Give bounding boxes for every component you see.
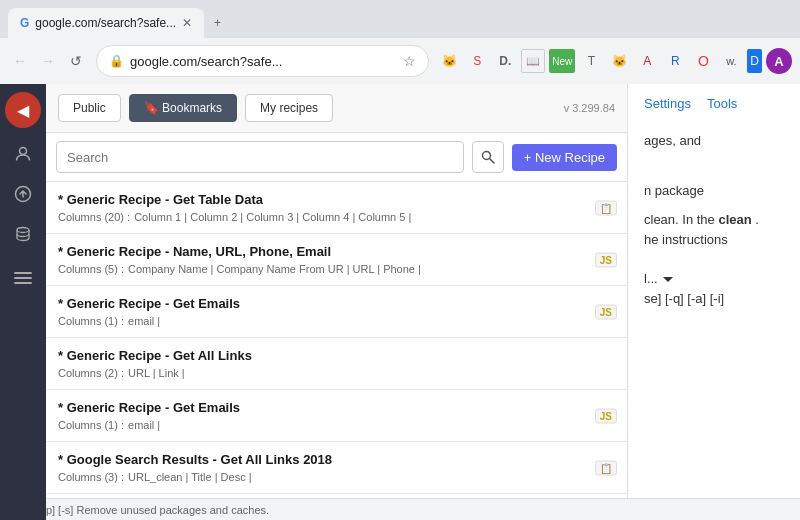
reload-button[interactable]: ↺ [64, 49, 88, 73]
search-icon [481, 150, 495, 164]
back-button[interactable]: ← [8, 49, 32, 73]
tab-favicon: G [20, 16, 29, 30]
list-item[interactable]: * Google Search Results - Get All Links … [46, 442, 627, 494]
ext-icon-new[interactable]: New [549, 49, 575, 73]
svg-point-2 [17, 228, 29, 233]
tab-bar: G google.com/search?safe... ✕ + [0, 0, 800, 38]
recipe-header: Public 🔖 Bookmarks My recipes v 3.299.84 [46, 84, 627, 133]
sidebar-upload-icon[interactable] [5, 176, 41, 212]
list-item[interactable]: * Generic Recipe - Get Table Data Column… [46, 182, 627, 234]
ext-icon-7[interactable]: A [635, 49, 659, 73]
bottom-bar: [-l] [-t] [-p] [-s] Remove unused packag… [0, 498, 800, 520]
address-bar[interactable]: 🔒 google.com/search?safe... ☆ [96, 45, 429, 77]
tab-bookmarks[interactable]: 🔖 Bookmarks [129, 94, 237, 122]
tab-my-recipes[interactable]: My recipes [245, 94, 333, 122]
list-item[interactable]: * Generic Recipe - Name, URL, Phone, Ema… [46, 234, 627, 286]
recipe-badge: 📋 [595, 460, 617, 475]
recipe-meta: Columns (20) : Column 1 | Column 2 | Col… [58, 211, 615, 223]
page-text-block-1: ages, and [644, 131, 784, 151]
recipe-title: * Generic Recipe - Get All Links [58, 348, 615, 363]
page-text-2: n package [644, 183, 704, 198]
tab-close-icon[interactable]: ✕ [182, 16, 192, 30]
search-input[interactable] [56, 141, 464, 173]
search-row: + New Recipe [46, 133, 627, 182]
ext-icon-1[interactable]: 🐱 [437, 49, 461, 73]
browser-chrome: G google.com/search?safe... ✕ + ← → ↺ 🔒 … [0, 0, 800, 85]
ext-icon-2[interactable]: S [465, 49, 489, 73]
svg-point-0 [20, 148, 27, 155]
ext-icon-6[interactable]: 🐱 [607, 49, 631, 73]
recipe-meta: Columns (3) : URL_clean | Title | Desc | [58, 471, 615, 483]
svg-line-7 [489, 159, 494, 164]
ext-icon-9[interactable]: O [691, 49, 715, 73]
sidebar-user-icon[interactable] [5, 136, 41, 172]
forward-button[interactable]: → [36, 49, 60, 73]
page-text-6: se] [-q] [-a] [-i] [644, 289, 784, 309]
recipe-badge: 📋 [595, 200, 617, 215]
recipe-meta: Columns (2) : URL | Link | [58, 367, 615, 379]
page-text-4: he instructions [644, 230, 784, 250]
tools-link[interactable]: Tools [707, 96, 737, 111]
search-button[interactable] [472, 141, 504, 173]
new-recipe-button[interactable]: + New Recipe [512, 144, 617, 171]
star-icon[interactable]: ☆ [403, 53, 416, 69]
dropdown-arrow-icon [663, 277, 673, 282]
new-tab-button[interactable]: + [206, 8, 236, 38]
ext-icon-5[interactable]: T [579, 49, 603, 73]
recipe-title: * Generic Recipe - Get Table Data [58, 192, 615, 207]
bottom-bar-text: [-l] [-t] [-p] [-s] Remove unused packag… [8, 504, 269, 516]
recipe-list: * Generic Recipe - Get Table Data Column… [46, 182, 627, 520]
page-text-5: l... [644, 271, 673, 286]
page-toolbar: Settings Tools [644, 96, 784, 111]
browser-toolbar-icons: 🐱 S D. 📖 New T 🐱 A R O w. D A [437, 48, 792, 74]
recipe-title: * Google Search Results - Get All Links … [58, 452, 615, 467]
ext-icon-10[interactable]: w. [719, 49, 743, 73]
page-text-1: ages, and [644, 133, 701, 148]
page-text-block-3: clean. In the clean . he instructions [644, 210, 784, 249]
ext-icon-4[interactable]: 📖 [521, 49, 545, 73]
sidebar-menu-icon[interactable] [5, 260, 41, 296]
page-content-area: Settings Tools ages, and n package clean… [628, 84, 800, 520]
recipe-title: * Generic Recipe - Get Emails [58, 296, 615, 311]
list-item[interactable]: * Generic Recipe - Get Emails Columns (1… [46, 390, 627, 442]
recipe-title: * Generic Recipe - Name, URL, Phone, Ema… [58, 244, 615, 259]
recipe-badge: JS [595, 304, 617, 319]
recipe-badge: JS [595, 252, 617, 267]
profile-icon[interactable]: A [766, 48, 792, 74]
browser-tab[interactable]: G google.com/search?safe... ✕ [8, 8, 204, 38]
ext-icon-3[interactable]: D. [493, 49, 517, 73]
address-text: google.com/search?safe... [130, 54, 397, 69]
google-sidebar: ◀ [0, 84, 46, 520]
page-text-3: clean. In the clean . [644, 212, 759, 227]
recipe-meta: Columns (5) : Company Name | Company Nam… [58, 263, 615, 275]
recipe-meta: Columns (1) : email | [58, 419, 615, 431]
recipe-badge: JS [595, 408, 617, 423]
recipe-title: * Generic Recipe - Get Emails [58, 400, 615, 415]
ext-icon-11[interactable]: D [747, 49, 762, 73]
page-text-block-2: n package [644, 181, 784, 201]
bookmark-icon: 🔖 [144, 101, 159, 115]
address-bar-row: ← → ↺ 🔒 google.com/search?safe... ☆ 🐱 S … [0, 38, 800, 84]
nav-buttons: ← → ↺ [8, 49, 88, 73]
lock-icon: 🔒 [109, 54, 124, 68]
page-text-block-4: l... se] [-q] [-a] [-i] [644, 269, 784, 308]
main-content: Public 🔖 Bookmarks My recipes v 3.299.84… [46, 84, 800, 520]
settings-link[interactable]: Settings [644, 96, 691, 111]
list-item[interactable]: * Generic Recipe - Get Emails Columns (1… [46, 286, 627, 338]
recipe-panel: Public 🔖 Bookmarks My recipes v 3.299.84… [46, 84, 628, 520]
version-badge: v 3.299.84 [564, 102, 615, 114]
ext-icon-8[interactable]: R [663, 49, 687, 73]
list-item[interactable]: * Generic Recipe - Get All Links Columns… [46, 338, 627, 390]
tab-public[interactable]: Public [58, 94, 121, 122]
tab-title: google.com/search?safe... [35, 16, 176, 30]
recipe-meta: Columns (1) : email | [58, 315, 615, 327]
sidebar-database-icon[interactable] [5, 216, 41, 252]
sidebar-logo[interactable]: ◀ [5, 92, 41, 128]
